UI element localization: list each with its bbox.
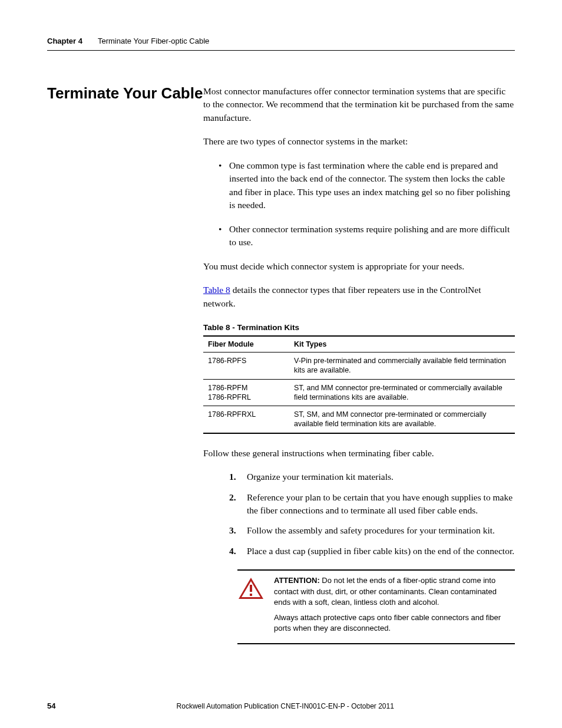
cell-module: 1786-RPFS [203, 353, 289, 380]
table-row: 1786-RPFRXL ST, SM, and MM connector pre… [203, 406, 515, 433]
step-item: Place a dust cap (supplied in fiber cabl… [203, 545, 515, 558]
cell-kit: ST, SM, and MM connector pre-terminated … [289, 406, 515, 433]
page-number: 54 [47, 701, 55, 710]
table-row: 1786-RPFS V-Pin pre-terminated and comme… [203, 353, 515, 380]
chapter-label: Chapter 4 [47, 37, 82, 45]
attention-text: ATTENTION: Do not let the ends of a fibe… [274, 575, 515, 638]
svg-rect-2 [250, 585, 252, 592]
cell-kit: ST, and MM connector pre-terminated or c… [289, 379, 515, 406]
bullet-item: Other connector termination systems requ… [203, 223, 515, 249]
numbered-steps: Organize your termination kit materials.… [203, 470, 515, 558]
table-row: 1786-RPFM 1786-RPFRL ST, and MM connecto… [203, 379, 515, 406]
attention-icon [237, 575, 274, 602]
bullet-list: One common type is fast termination wher… [203, 159, 515, 249]
content-columns: Terminate Your Cable Most connector manu… [47, 85, 515, 644]
intro-paragraph-2: There are two types of connector systems… [203, 135, 515, 148]
publication-info: Rockwell Automation Publication CNET-IN0… [55, 702, 515, 710]
cell-module: 1786-RPFRXL [203, 406, 289, 433]
termination-kits-table: Fiber Module Kit Types 1786-RPFS V-Pin p… [203, 335, 515, 434]
table-header-module: Fiber Module [203, 336, 289, 353]
step-item: Reference your plan to be certain that y… [203, 491, 515, 518]
running-header: Chapter 4 Terminate Your Fiber-optic Cab… [47, 37, 515, 51]
table-8-link[interactable]: Table 8 [203, 285, 230, 295]
chapter-title: Terminate Your Fiber-optic Cable [98, 37, 209, 45]
step-item: Organize your termination kit materials. [203, 470, 515, 483]
table-header-kit: Kit Types [289, 336, 515, 353]
section-heading: Terminate Your Cable [47, 85, 203, 102]
table-caption: Table 8 - Termination Kits [203, 323, 515, 332]
cell-kit: V-Pin pre-terminated and commercially av… [289, 353, 515, 380]
page-footer: 54 Rockwell Automation Publication CNET-… [47, 701, 515, 710]
instructions-lead: Follow these general instructions when t… [203, 447, 515, 460]
table-reference-paragraph: Table 8 details the connector types that… [203, 284, 515, 310]
bullet-item: One common type is fast termination wher… [203, 159, 515, 212]
svg-rect-3 [250, 594, 252, 596]
after-bullets-paragraph: You must decide which connector system i… [203, 260, 515, 273]
attention-p2: Always attach protective caps onto fiber… [274, 612, 515, 634]
right-column: Most connector manufactures offer connec… [203, 85, 515, 644]
page: Chapter 4 Terminate Your Fiber-optic Cab… [0, 0, 562, 728]
step-item: Follow the assembly and safety procedure… [203, 524, 515, 537]
attention-label: ATTENTION: [274, 576, 320, 585]
cell-module: 1786-RPFM 1786-RPFRL [203, 379, 289, 406]
left-column: Terminate Your Cable [47, 85, 203, 102]
intro-paragraph-1: Most connector manufactures offer connec… [203, 85, 515, 124]
table-ref-rest: details the connector types that fiber r… [203, 285, 481, 308]
attention-callout: ATTENTION: Do not let the ends of a fibe… [237, 569, 515, 644]
